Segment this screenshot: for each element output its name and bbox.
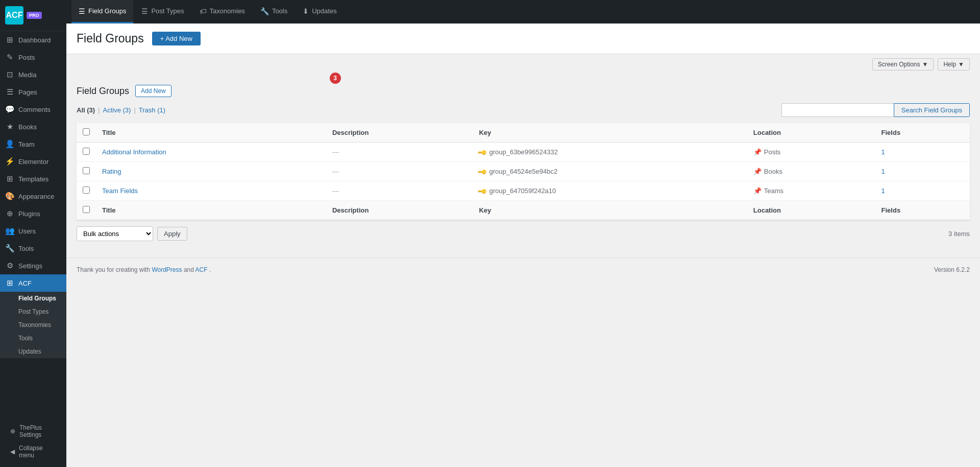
row-title-link[interactable]: Rating bbox=[102, 168, 121, 175]
location-icon: 📌 bbox=[753, 187, 762, 195]
table-row: Rating — 🔑 group_64524e5e94bc2 bbox=[77, 162, 970, 181]
section-add-new-button[interactable]: Add New bbox=[135, 85, 172, 97]
top-nav-field-groups[interactable]: ☰ Field Groups bbox=[71, 0, 133, 24]
sidebar-sub-field-groups[interactable]: Field Groups bbox=[0, 292, 66, 305]
select-all-footer-checkbox[interactable] bbox=[83, 206, 90, 213]
sidebar-item-label: Tools bbox=[18, 245, 34, 252]
row-fields-link[interactable]: 1 bbox=[881, 168, 885, 175]
sidebar-item-users[interactable]: 👥 Users bbox=[0, 222, 66, 240]
sidebar-item-label: Team bbox=[18, 141, 35, 148]
sidebar-item-label: Pages bbox=[18, 88, 37, 96]
sidebar-item-acf[interactable]: ⊞ ACF bbox=[0, 274, 66, 292]
row-description: — bbox=[332, 168, 339, 175]
col-location-header: Location bbox=[747, 123, 875, 143]
apply-button[interactable]: Apply bbox=[157, 227, 187, 241]
row-checkbox[interactable] bbox=[83, 167, 90, 174]
screen-options-button[interactable]: Screen Options ▼ bbox=[872, 58, 934, 71]
key-icon: 🔑 bbox=[478, 147, 488, 157]
row-title-cell: Additional Information bbox=[96, 143, 326, 162]
key-icon: 🔑 bbox=[478, 166, 488, 177]
add-new-button[interactable]: + Add New bbox=[152, 32, 201, 45]
sidebar-item-dashboard[interactable]: ⊞ Dashboard bbox=[0, 31, 66, 49]
search-button[interactable]: Search Field Groups bbox=[894, 103, 970, 117]
acf-nav-icon: ⊞ bbox=[5, 278, 14, 288]
row-title-link[interactable]: Additional Information bbox=[102, 148, 166, 156]
filter-tab-active[interactable]: Active (3) bbox=[103, 106, 131, 114]
team-icon: 👤 bbox=[5, 139, 14, 149]
theplus-label: ThePlus Settings bbox=[19, 424, 56, 438]
filter-tab-all[interactable]: All (3) bbox=[77, 106, 95, 114]
row-checkbox-cell bbox=[77, 143, 96, 162]
filter-tabs: All (3) | Active (3) | Trash (1) Search … bbox=[77, 103, 970, 117]
top-nav-tools[interactable]: 🔧 Tools bbox=[253, 0, 295, 24]
select-all-checkbox[interactable] bbox=[83, 128, 90, 135]
sidebar-item-team[interactable]: 👤 Team bbox=[0, 135, 66, 153]
sidebar-item-tools[interactable]: 🔧 Tools bbox=[0, 240, 66, 257]
col-title-header: Title bbox=[96, 123, 326, 143]
sidebar-item-media[interactable]: ⊡ Media bbox=[0, 66, 66, 83]
field-groups-table: Title Description Key Location Fields bbox=[77, 123, 970, 220]
row-fields-link[interactable]: 1 bbox=[881, 187, 885, 195]
sidebar-sub-tools[interactable]: Tools bbox=[0, 332, 66, 345]
location-icon: 📌 bbox=[753, 148, 762, 156]
search-input[interactable] bbox=[781, 103, 894, 117]
sidebar-item-elementor[interactable]: ⚡ Elementor bbox=[0, 153, 66, 170]
row-key-cell: 🔑 group_647059f242a10 bbox=[473, 181, 747, 201]
row-fields-link[interactable]: 1 bbox=[881, 148, 885, 156]
bulk-actions-bar: Bulk actions Delete Apply 3 items bbox=[77, 220, 970, 247]
row-checkbox[interactable] bbox=[83, 148, 90, 155]
sidebar-item-books[interactable]: ★ Books bbox=[0, 118, 66, 135]
books-icon: ★ bbox=[5, 122, 14, 131]
media-icon: ⊡ bbox=[5, 70, 14, 79]
sidebar-logo: ACF PRO bbox=[0, 0, 66, 31]
sidebar-item-appearance[interactable]: 🎨 Appearance bbox=[0, 188, 66, 205]
bulk-actions-select[interactable]: Bulk actions Delete bbox=[77, 226, 153, 241]
settings-icon: ⚙ bbox=[5, 261, 14, 270]
page-footer: Thank you for creating with WordPress an… bbox=[66, 258, 980, 282]
top-nav-taxonomies[interactable]: 🏷 Taxonomies bbox=[192, 0, 252, 24]
row-key: 🔑 group_64524e5e94bc2 bbox=[479, 168, 741, 175]
footer-wp-link[interactable]: WordPress bbox=[152, 266, 182, 273]
footer-text-before: Thank you for creating with bbox=[77, 266, 152, 273]
screen-options-chevron-icon: ▼ bbox=[922, 61, 928, 68]
sidebar-collapse[interactable]: ◀ Collapse menu bbox=[5, 441, 61, 462]
row-title-link[interactable]: Team Fields bbox=[102, 187, 138, 195]
sidebar-item-comments[interactable]: 💬 Comments bbox=[0, 101, 66, 118]
top-nav: ☰ Field Groups ☰ Post Types 🏷 Taxonomies… bbox=[66, 0, 980, 24]
row-location: 📌 Posts bbox=[753, 148, 869, 156]
sidebar-item-posts[interactable]: ✎ Posts bbox=[0, 49, 66, 66]
footer-acf-link[interactable]: ACF bbox=[195, 266, 208, 273]
sidebar-theplus[interactable]: ⊕ ThePlus Settings bbox=[5, 421, 61, 441]
sidebar-nav: ⊞ Dashboard ✎ Posts ⊡ Media ☰ Pages 💬 Co… bbox=[0, 31, 66, 416]
screen-options-bar: Screen Options ▼ Help ▼ bbox=[66, 54, 980, 75]
filter-tab-trash[interactable]: Trash (1) bbox=[139, 106, 165, 114]
sidebar-sub-post-types[interactable]: Post Types bbox=[0, 305, 66, 318]
field-groups-nav-icon: ☰ bbox=[79, 7, 85, 15]
top-nav-post-types[interactable]: ☰ Post Types bbox=[134, 0, 191, 24]
footer-text-end: . bbox=[209, 266, 211, 273]
comments-icon: 💬 bbox=[5, 105, 14, 114]
sidebar-item-settings[interactable]: ⚙ Settings bbox=[0, 257, 66, 274]
help-chevron-icon: ▼ bbox=[958, 61, 964, 68]
row-key-cell: 🔑 group_63be996524332 bbox=[473, 143, 747, 162]
location-icon: 📌 bbox=[753, 168, 762, 175]
sidebar-sub-taxonomies[interactable]: Taxonomies bbox=[0, 318, 66, 332]
top-nav-updates[interactable]: ⬇ Updates bbox=[296, 0, 344, 24]
page-title: Field Groups bbox=[77, 32, 144, 45]
sidebar-item-label: Templates bbox=[18, 175, 48, 183]
footer-text: Thank you for creating with WordPress an… bbox=[77, 266, 211, 273]
sidebar-item-templates[interactable]: ⊞ Templates bbox=[0, 170, 66, 188]
row-fields-cell: 1 bbox=[875, 143, 970, 162]
col-key-footer: Key bbox=[473, 201, 747, 220]
col-description-footer: Description bbox=[326, 201, 473, 220]
help-button[interactable]: Help ▼ bbox=[938, 58, 970, 71]
footer-version: Version 6.2.2 bbox=[934, 266, 970, 273]
sidebar-item-plugins[interactable]: ⊕ Plugins bbox=[0, 205, 66, 222]
sidebar-sub-updates[interactable]: Updates bbox=[0, 345, 66, 358]
sidebar-item-pages[interactable]: ☰ Pages bbox=[0, 83, 66, 101]
row-location: 📌 Teams bbox=[753, 187, 869, 195]
row-checkbox[interactable] bbox=[83, 186, 90, 194]
inner-content: Field Groups Add New All (3) | Active (3… bbox=[66, 75, 980, 258]
row-key: 🔑 group_647059f242a10 bbox=[479, 187, 741, 195]
sidebar-item-label: Plugins bbox=[18, 210, 40, 218]
